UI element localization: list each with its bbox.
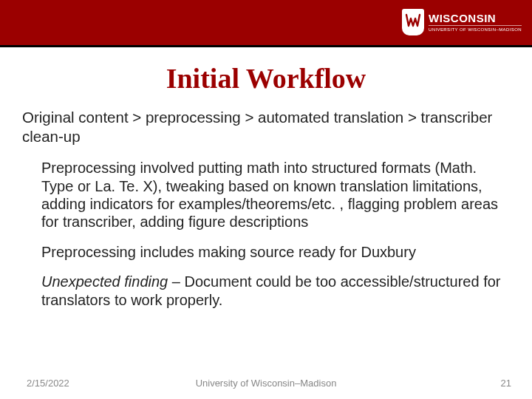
unexpected-finding-lead: Unexpected finding <box>41 273 168 290</box>
header-bar: WISCONSIN UNIVERSITY OF WISCONSIN–MADISO… <box>0 0 532 47</box>
paragraph-unexpected-finding: Unexpected finding – Document could be t… <box>41 273 510 309</box>
university-logo: WISCONSIN UNIVERSITY OF WISCONSIN–MADISO… <box>402 9 522 35</box>
paragraph-preprocessing-details: Preprocessing involved putting math into… <box>41 159 510 231</box>
footer-org: University of Wisconsin–Madison <box>0 378 532 389</box>
paragraph-duxbury: Preprocessing includes making source rea… <box>41 243 510 261</box>
workflow-pipeline: Original content > preprocessing > autom… <box>22 108 510 146</box>
slide: WISCONSIN UNIVERSITY OF WISCONSIN–MADISO… <box>0 0 532 399</box>
slide-body: Original content > preprocessing > autom… <box>0 95 532 321</box>
crest-icon <box>402 9 424 35</box>
brand-subline: UNIVERSITY OF WISCONSIN–MADISON <box>429 25 522 32</box>
slide-footer: 2/15/2022 University of Wisconsin–Madiso… <box>0 378 532 389</box>
footer-date: 2/15/2022 <box>27 378 69 389</box>
footer-page-number: 21 <box>501 378 511 389</box>
brand-name: WISCONSIN <box>429 13 522 24</box>
slide-title: Initial Workflow <box>0 62 532 95</box>
logo-text: WISCONSIN UNIVERSITY OF WISCONSIN–MADISO… <box>429 13 522 32</box>
